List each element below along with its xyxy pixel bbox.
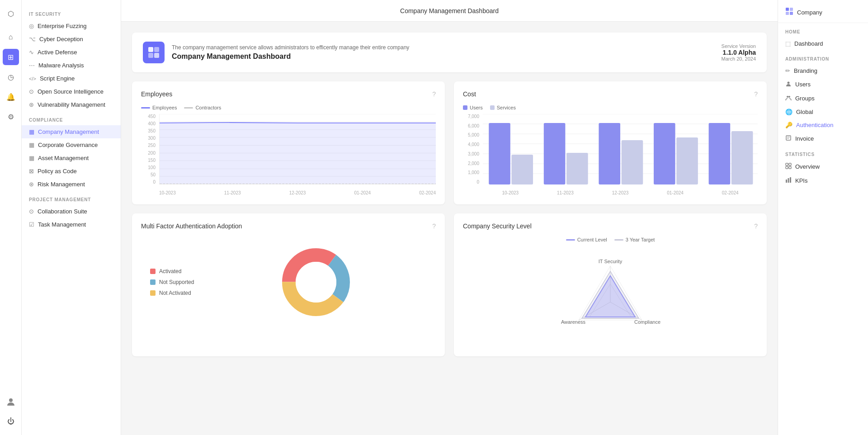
svg-rect-24	[566, 153, 588, 184]
sidebar-item-malware-analysis[interactable]: ⋯ Malware Analysis	[22, 59, 121, 72]
current-level-dot	[566, 239, 575, 241]
svg-rect-22	[511, 155, 533, 184]
users-legend-square	[463, 105, 467, 110]
header-title: Company Management Dashboard	[172, 52, 409, 61]
right-sidebar-item-dashboard[interactable]: ⬚ Dashboard	[778, 37, 868, 50]
right-sidebar-item-invoice[interactable]: Invoice	[778, 132, 868, 146]
right-sidebar-item-authentication[interactable]: 🔑 Authentication	[778, 118, 868, 132]
authentication-icon: 🔑	[785, 122, 793, 128]
svg-text:Awareness: Awareness	[561, 319, 586, 325]
sidebar-item-script-engine[interactable]: </> Script Engine	[22, 72, 121, 85]
header-card: The company management service allows ad…	[132, 33, 767, 72]
activated-dot	[150, 269, 156, 274]
asset-management-icon: ▦	[29, 155, 34, 161]
svg-marker-42	[585, 276, 635, 317]
right-sidebar: Company HOME ⬚ Dashboard ADMINISTRATION …	[778, 0, 868, 435]
version-label: Service Version	[722, 43, 756, 49]
right-sidebar-item-overview[interactable]: Overview	[778, 160, 868, 174]
cost-chart: 7,000 6,000 5,000 4,000 3,000 2,000 1,00…	[463, 114, 758, 195]
svg-rect-1	[148, 47, 153, 52]
enterprise-fuzzing-icon: ◎	[29, 23, 34, 29]
employees-help-icon[interactable]: ?	[432, 90, 436, 98]
right-section-label-statistics: STATISTICS	[778, 146, 868, 160]
header-icon	[143, 42, 165, 63]
svg-rect-57	[789, 163, 791, 165]
svg-rect-46	[786, 8, 789, 11]
security-level-card: Company Security Level ? Current Level 3…	[454, 213, 767, 356]
svg-point-52	[788, 96, 790, 98]
mfa-help-icon[interactable]: ?	[432, 222, 436, 230]
osint-icon: ⊙	[29, 88, 34, 95]
dashboard-grid: Employees ? Employees Contractors 450	[132, 81, 767, 356]
svg-rect-3	[148, 53, 153, 58]
right-section-label-home: HOME	[778, 23, 868, 37]
svg-point-51	[787, 96, 788, 98]
right-sidebar-item-groups[interactable]: Groups	[778, 91, 868, 105]
mfa-legend: Activated Not Supported Not Activated	[150, 268, 194, 296]
svg-rect-21	[489, 123, 510, 184]
corporate-governance-icon: ▦	[29, 142, 34, 148]
svg-point-34	[296, 262, 336, 303]
svg-rect-53	[786, 136, 791, 140]
sidebar-item-asset-management[interactable]: ▦ Asset Management	[22, 151, 121, 165]
svg-text:IT Security: IT Security	[599, 259, 623, 264]
grid-icon[interactable]: ⊞	[3, 49, 19, 65]
sidebar-item-osint[interactable]: ⊙ Open Source Intelligence	[22, 85, 121, 98]
cost-chart-card: Cost ? Users Services 7,000	[454, 81, 767, 204]
script-engine-icon: </>	[29, 76, 36, 81]
sidebar-item-policy-as-code[interactable]: ⊠ Policy as Code	[22, 165, 121, 178]
contractors-legend-dot	[184, 107, 193, 109]
sidebar-item-active-defense[interactable]: ∿ Active Defense	[22, 46, 121, 59]
employees-chart-title: Employees	[141, 90, 172, 98]
cost-help-icon[interactable]: ?	[754, 90, 758, 98]
svg-rect-27	[654, 123, 675, 184]
not-supported-dot	[150, 279, 156, 285]
mfa-chart-title: Multi Factor Authentication Adoption	[141, 222, 242, 230]
svg-rect-23	[544, 123, 566, 184]
employees-legend: Employees Contractors	[141, 105, 436, 110]
sidebar-item-company-management[interactable]: ▦ Company Management	[22, 125, 121, 138]
svg-rect-26	[622, 140, 643, 184]
sidebar-item-collaboration-suite[interactable]: ⊙ Collaboration Suite	[22, 205, 121, 218]
cyber-deception-icon: ⌥	[29, 36, 36, 43]
logo-icon[interactable]: ⬡	[3, 5, 19, 22]
mfa-donut-chart	[205, 241, 427, 323]
risk-management-icon: ⊛	[29, 181, 34, 188]
not-activated-dot	[150, 290, 156, 296]
bell-icon[interactable]: 🔔	[3, 89, 19, 105]
employees-chart-area	[159, 114, 436, 184]
sidebar-item-corporate-governance[interactable]: ▦ Corporate Governance	[22, 138, 121, 151]
svg-rect-60	[786, 180, 787, 183]
right-sidebar-item-branding[interactable]: ✏ Branding	[778, 64, 868, 77]
gear-icon[interactable]: ⚙	[3, 109, 19, 125]
right-sidebar-item-global[interactable]: 🌐 Global	[778, 105, 868, 118]
task-management-icon: ☑	[29, 221, 34, 228]
home-icon[interactable]: ⌂	[3, 29, 19, 45]
svg-rect-62	[790, 177, 791, 183]
sidebar-item-task-management[interactable]: ☑ Task Management	[22, 218, 121, 231]
version-number: 1.1.0 Alpha	[722, 49, 756, 56]
sidebar-item-enterprise-fuzzing[interactable]: ◎ Enterprise Fuzzing	[22, 19, 121, 33]
sidebar-item-cyber-deception[interactable]: ⌥ Cyber Deception	[22, 33, 121, 46]
icon-bar: ⬡ ⌂ ⊞ ◷ 🔔 ⚙ ⏻	[0, 0, 22, 435]
svg-point-50	[788, 82, 790, 84]
avatar-icon[interactable]	[3, 393, 19, 410]
left-sidebar: IT SECURITY ◎ Enterprise Fuzzing ⌥ Cyber…	[22, 0, 121, 435]
main-content: Company Management Dashboard The company…	[121, 0, 778, 435]
company-management-icon: ▦	[29, 128, 34, 135]
mfa-chart-card: Multi Factor Authentication Adoption ? A…	[132, 213, 445, 356]
section-label-compliance: COMPLIANCE	[22, 111, 121, 125]
right-sidebar-item-kpis[interactable]: KPIs	[778, 174, 868, 188]
content-area: The company management service allows ad…	[121, 22, 778, 435]
clock-icon[interactable]: ◷	[3, 69, 19, 85]
sidebar-item-vulnerability-management[interactable]: ⊛ Vulnerability Management	[22, 98, 121, 111]
section-label-project-management: PROJECT MANAGEMENT	[22, 191, 121, 205]
right-sidebar-item-users[interactable]: Users	[778, 77, 868, 91]
logout-icon[interactable]: ⏻	[3, 413, 19, 430]
svg-rect-49	[790, 12, 793, 15]
sidebar-item-risk-management[interactable]: ⊛ Risk Management	[22, 178, 121, 191]
security-level-title: Company Security Level	[463, 222, 532, 230]
security-level-help-icon[interactable]: ?	[754, 222, 758, 230]
top-bar: Company Management Dashboard	[121, 0, 778, 22]
collaboration-suite-icon: ⊙	[29, 208, 34, 215]
